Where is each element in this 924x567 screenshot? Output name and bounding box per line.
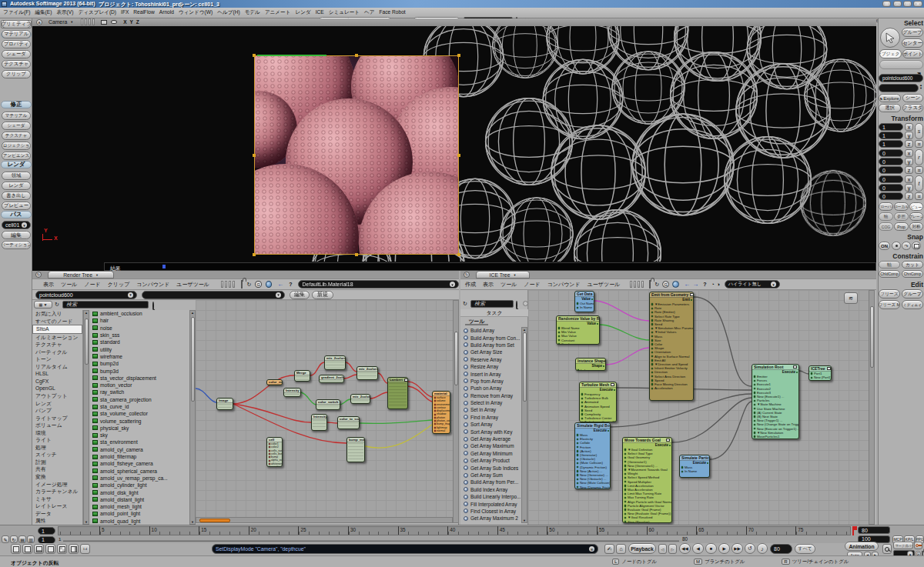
ice-node-simulate-rigid-bodies[interactable]: Simulate Rigid Bodies Execute MassElasti… xyxy=(574,422,611,489)
axis-x-label[interactable]: x xyxy=(905,123,913,131)
sym-button[interactable]: 対称 xyxy=(909,222,923,231)
rt-node-mix1[interactable]: mix_2colors xyxy=(324,355,346,370)
rt-shader-item[interactable]: noise xyxy=(91,325,189,332)
timer-icon-2[interactable]: ◑ xyxy=(717,282,720,287)
ice-task-item[interactable]: Build Array xyxy=(462,327,521,334)
filter-extra-button[interactable] xyxy=(879,60,923,69)
chevron-down-icon[interactable]: ▼ xyxy=(70,20,73,24)
filter-object-button[interactable]: オブジェクト xyxy=(879,49,902,58)
cog-button[interactable]: COG xyxy=(879,222,893,231)
go-first-button[interactable]: ◀◀ xyxy=(679,543,691,554)
prop-button[interactable]: Prop xyxy=(894,222,909,231)
back-arrow-icon[interactable]: ← xyxy=(277,281,283,288)
ice-task-item[interactable]: Get Array Product xyxy=(462,457,521,464)
ice-node-emit-from-geometry[interactable]: Emit from Geometry Emit ▼Emission Parame… xyxy=(649,292,694,401)
translate-options-icon[interactable]: ≡ xyxy=(915,192,923,200)
ice-node-instance-shape[interactable]: Instance Shape Shape Index xyxy=(575,358,606,371)
ice-task-item[interactable]: Find in Array xyxy=(462,414,521,421)
back-arrow-icon[interactable]: ← xyxy=(684,281,690,288)
rt-shader-item[interactable]: ambient_occlusion xyxy=(91,310,189,317)
rt-hscrollbar[interactable] xyxy=(196,517,453,523)
rt-shader-item[interactable]: arnold_distant_light xyxy=(91,496,189,503)
toolbar-button[interactable]: プリミティブ xyxy=(2,20,31,28)
ice-menu-item[interactable]: 表示 xyxy=(483,281,494,289)
rt-category-item[interactable]: 計測 xyxy=(32,459,82,466)
toolbar-button[interactable]: プロパティ xyxy=(2,40,31,48)
rt-shader-item[interactable]: hair xyxy=(91,317,189,324)
ice-task-item[interactable]: Sort Array with Key xyxy=(462,428,521,435)
rt-category-item[interactable]: 処理 xyxy=(32,444,82,452)
render-region[interactable] xyxy=(254,55,459,255)
center-button[interactable]: センター xyxy=(902,38,923,48)
axis-z-button[interactable]: Z xyxy=(136,19,139,25)
scale-options-icon[interactable]: ≡ xyxy=(915,140,923,148)
group-button[interactable]: グループ xyxy=(902,28,923,37)
snap-on-button[interactable]: ON xyxy=(879,242,890,250)
layout-single-button[interactable] xyxy=(11,544,21,554)
menu-item[interactable]: シミュレート xyxy=(329,9,360,16)
toolbar-button[interactable]: プロジェクション xyxy=(2,142,31,150)
rt-edit-button[interactable]: 編集 xyxy=(290,291,310,299)
ref-axis-button[interactable]: 軸 xyxy=(879,212,893,221)
ref-ref-button[interactable]: 参照 xyxy=(894,212,909,221)
constrain-axis-button[interactable]: 軸 xyxy=(879,261,900,268)
rt-category-item[interactable]: テクスチャ xyxy=(32,341,82,349)
rt-menu-item[interactable]: 表示 xyxy=(43,281,54,289)
rt-category-item[interactable]: SItoA xyxy=(32,325,82,334)
toolbar-button[interactable]: プレビュー xyxy=(2,202,31,210)
ice-menu-item[interactable]: ユーザツール xyxy=(588,281,621,289)
script-icon[interactable]: ✍ xyxy=(604,544,614,554)
rt-shader-item[interactable]: arnold_fisheye_camera xyxy=(91,460,189,467)
rt-filter-button[interactable]: ▦ ▼ xyxy=(34,301,52,309)
ice-node-icetree[interactable]: ICETree Port1New (Port1) ... xyxy=(808,365,832,381)
rt-category-item[interactable]: 属性 xyxy=(32,517,82,525)
rt-category-item[interactable]: ミキサ xyxy=(32,495,82,503)
region-handle[interactable] xyxy=(253,154,256,157)
rt-node-mix2[interactable]: mix_2colors xyxy=(357,366,378,380)
freeze-m-button[interactable]: フリーズ M xyxy=(879,300,900,309)
rt-shader-item[interactable]: arnold_mesh_light xyxy=(91,503,189,510)
explore-button[interactable]: ◣Explore xyxy=(879,94,901,102)
rt-category-item[interactable]: データ xyxy=(32,510,82,518)
ice-task-item[interactable]: Build Index Array xyxy=(462,486,521,493)
refresh-icon[interactable]: ↻ xyxy=(654,282,659,288)
rt-node-color-to-scalar[interactable]: color_to_scalar xyxy=(337,416,360,429)
forward-arrow-icon[interactable]: → xyxy=(692,281,698,288)
ice-node-get-data[interactable]: Get Data Value Out NameIn Name xyxy=(574,291,594,312)
ice-task-item[interactable]: Get Array Maximum xyxy=(462,442,521,449)
pass-select[interactable]: cell01▾ xyxy=(2,221,31,229)
ice-menu-item[interactable]: ツール xyxy=(500,281,517,289)
camera-select[interactable]: Camera xyxy=(49,19,67,25)
translate-x-field[interactable]: 0 xyxy=(879,175,903,183)
menu-item[interactable]: ヘア xyxy=(364,9,375,16)
rt-category-item[interactable]: CgFX xyxy=(32,378,82,385)
ice-refresh-icon[interactable]: ↻ xyxy=(463,301,467,307)
toolbar-button[interactable]: シェーダ xyxy=(2,50,31,58)
layout-vsplit-button[interactable] xyxy=(45,544,55,554)
ice-task-item[interactable]: Resize Array xyxy=(462,363,521,370)
rt-object-select[interactable]: pointcloud600▾ xyxy=(35,291,137,299)
rt-refresh-icon[interactable]: ↻ xyxy=(55,302,59,308)
rt-category-item[interactable]: レンズ xyxy=(32,400,82,408)
group-g-icon[interactable]: G xyxy=(255,281,261,288)
layout-custom-button[interactable]: 1:4 xyxy=(80,544,90,554)
snap-point-button[interactable] xyxy=(892,242,901,250)
rt-shader-item[interactable]: arnold_disk_light xyxy=(91,489,189,495)
go-last-button[interactable]: ▶▶ xyxy=(732,543,743,554)
menu-item[interactable]: Arnold xyxy=(159,9,174,16)
key-icon[interactable] xyxy=(914,542,922,549)
ice-task-item[interactable]: Get Array Minimum xyxy=(462,450,521,457)
viewport-letter-icon[interactable]: a xyxy=(36,19,42,25)
rt-shader-item[interactable]: wireframe xyxy=(91,353,189,360)
playback-frame-field[interactable]: 80 xyxy=(770,544,792,554)
rt-shader-item[interactable]: sta_camera_projection xyxy=(91,396,189,403)
help-icon[interactable]: ? xyxy=(289,282,292,287)
rt-shader-item[interactable]: standard xyxy=(91,339,189,345)
toolbar-button[interactable]: マテリアル xyxy=(2,30,31,38)
rt-shader-item[interactable]: sky xyxy=(91,432,189,439)
rt-node-color-switch[interactable]: color_switch xyxy=(316,399,340,410)
layout-grid-icon[interactable]: ▤ xyxy=(18,535,26,543)
play-button[interactable]: ▶ xyxy=(718,543,730,554)
globe-icon[interactable] xyxy=(266,281,272,288)
zoom-key-icon[interactable] xyxy=(882,544,892,554)
